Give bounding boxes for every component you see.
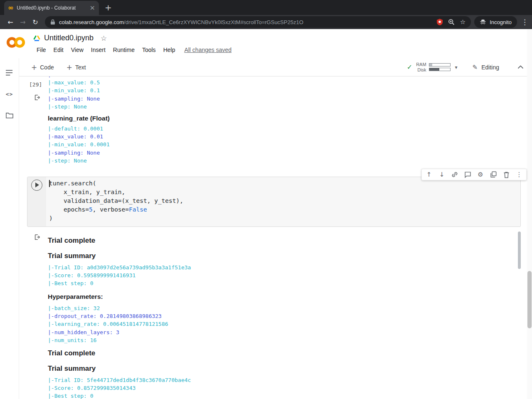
page-scrollbar-track[interactable]: [527, 29, 532, 399]
execution-count: [29]: [29, 81, 42, 88]
mirror-cell-icon[interactable]: [490, 170, 497, 179]
output-line: |-Score: 0.8572999835014343: [48, 384, 191, 392]
text-cursor: [49, 180, 50, 187]
add-comment-icon[interactable]: [464, 170, 471, 179]
editor-settings-gear-icon[interactable]: ⚙: [477, 170, 484, 179]
editing-mode-button[interactable]: ✎ Editing: [473, 64, 499, 71]
menu-bar: File Edit View Insert Runtime Tools Help…: [33, 46, 232, 54]
notebook-toolbar: + Code + Text ✓ RAM Disk ▾ ✎ Editing: [19, 58, 532, 76]
output-heading: Trial complete: [48, 349, 95, 357]
table-of-contents-icon[interactable]: [0, 66, 19, 80]
ram-usage-bar: [429, 63, 451, 66]
output-line: |-max_value: 0.01: [48, 133, 110, 140]
zoom-icon[interactable]: [448, 19, 455, 25]
bookmark-star-icon[interactable]: ☆: [460, 18, 466, 26]
browser-tab-bar: ∞ Untitled0.ipynb - Colaborat × +: [0, 0, 532, 15]
previous-output-block-1: |-default: 0.2 |-max_value: 0.5 |-min_va…: [48, 76, 100, 111]
plus-icon: +: [66, 63, 72, 71]
output-line: |-batch_size: 32: [48, 304, 168, 312]
output-line: |-Best step: 0: [48, 392, 191, 399]
drive-icon: [33, 35, 40, 42]
autosave-status[interactable]: All changes saved: [184, 47, 232, 53]
tab-close-icon[interactable]: ×: [90, 5, 95, 11]
copy-cell-link-icon[interactable]: [451, 170, 458, 179]
output-heading: Trial summary: [48, 252, 96, 260]
run-cell-button[interactable]: [31, 180, 42, 191]
url-text: colab.research.google.com/drive/1mxaOrtL…: [59, 19, 433, 25]
tab-title: Untitled0.ipynb - Colaborat: [17, 5, 86, 11]
output-line: |-min_value: 0.0001: [48, 140, 110, 148]
output-heading: Hyperparameters:: [48, 293, 103, 300]
resources-dropdown-icon[interactable]: ▾: [455, 64, 458, 70]
incognito-badge: Incognito: [474, 16, 517, 28]
output-line: |-max_value: 0.5: [48, 79, 100, 86]
menu-tools[interactable]: Tools: [138, 46, 160, 54]
browser-tab[interactable]: ∞ Untitled0.ipynb - Colaborat ×: [4, 1, 99, 15]
menu-file[interactable]: File: [33, 46, 50, 54]
output-line: |-learning_rate: 0.006451814778121586: [48, 320, 168, 328]
code-line: tuner.search(: [49, 179, 517, 188]
forward-button[interactable]: →: [17, 18, 29, 26]
menu-edit[interactable]: Edit: [50, 46, 67, 54]
back-button[interactable]: ←: [4, 18, 17, 26]
resource-usage-bars[interactable]: [429, 63, 451, 71]
extension-icon[interactable]: [437, 19, 443, 25]
disk-usage-bar: [429, 68, 451, 71]
move-cell-down-button[interactable]: ↓: [438, 170, 446, 179]
output-indicator-icon: [34, 94, 41, 101]
left-sidebar: <>: [0, 58, 19, 399]
code-line: validation_data=(x_test, y_test),: [49, 197, 517, 205]
move-cell-up-button[interactable]: ↑: [425, 170, 433, 179]
page-scrollbar-thumb[interactable]: [527, 271, 532, 328]
reload-button[interactable]: ↻: [29, 18, 42, 26]
output-line: |-Best step: 0: [48, 279, 191, 287]
output-line: |-num_units: 16: [48, 336, 168, 344]
delete-cell-icon[interactable]: [502, 170, 510, 179]
more-cell-actions-icon[interactable]: ⋮: [515, 170, 523, 179]
address-bar-actions: ☆: [437, 18, 466, 26]
code-line: epochs=5, verbose=False: [49, 205, 517, 214]
output-indicator-icon: [34, 234, 41, 241]
star-notebook-icon[interactable]: ☆: [101, 34, 107, 42]
menu-view[interactable]: View: [67, 46, 87, 54]
colab-logo-icon[interactable]: [5, 36, 27, 49]
output-line: |-sampling: None: [48, 95, 100, 103]
cell-action-toolbar: ↑ ↓ ⚙ ⋮: [421, 169, 527, 180]
code-snippets-icon[interactable]: <>: [0, 87, 19, 101]
colab-favicon-icon: ∞: [8, 5, 13, 11]
output-scrollbar-thumb[interactable]: [518, 232, 521, 269]
code-cell: tuner.search( x_train, y_train, validati…: [27, 177, 521, 227]
new-tab-button[interactable]: +: [105, 3, 112, 12]
previous-output-block-2: |-default: 0.0001 |-max_value: 0.01 |-mi…: [48, 125, 110, 165]
notebook-scroll-area[interactable]: [29] |-default: 0.2 |-max_value: 0.5 |-m…: [19, 76, 532, 399]
output-line: |-Score: 0.5958999991416931: [48, 271, 191, 279]
collapse-header-icon[interactable]: [517, 65, 524, 69]
output-line: |-Trial ID: 5fe44717ded1db4f38c3670a770b…: [48, 376, 191, 384]
menu-runtime[interactable]: Runtime: [109, 46, 138, 54]
add-text-button[interactable]: + Text: [66, 63, 86, 71]
notebook-title[interactable]: Untitled0.ipynb: [44, 34, 94, 42]
output-heading: learning_rate (Float): [48, 115, 110, 122]
output-heading: Trial summary: [48, 365, 96, 373]
output-line: |-num_hidden_layers: 3: [48, 328, 168, 336]
files-folder-icon[interactable]: [0, 108, 19, 122]
colab-header: Untitled0.ipynb ☆ File Edit View Insert …: [0, 29, 532, 58]
browser-toolbar: ← → ↻ colab.research.google.com/drive/1m…: [0, 15, 532, 29]
incognito-icon: [480, 19, 486, 25]
cell-gutter: [27, 177, 46, 227]
output-line: |-dropout_rate: 0.28149803868986323: [48, 312, 168, 320]
output-heading: Trial complete: [48, 236, 95, 245]
code-line: x_train, y_train,: [49, 188, 517, 197]
menu-help[interactable]: Help: [160, 46, 179, 54]
output-line: |-step: None: [48, 103, 100, 111]
incognito-label: Incognito: [490, 19, 512, 25]
menu-insert[interactable]: Insert: [87, 46, 109, 54]
address-bar[interactable]: colab.research.google.com/drive/1mxaOrtL…: [45, 16, 471, 28]
code-editor[interactable]: tuner.search( x_train, y_train, validati…: [46, 177, 520, 227]
resource-labels[interactable]: RAM Disk: [416, 62, 426, 73]
add-code-button[interactable]: + Code: [31, 63, 54, 71]
screen: ∞ Untitled0.ipynb - Colaborat × + ← → ↻ …: [0, 0, 532, 399]
plus-icon: +: [31, 63, 37, 71]
browser-menu-icon[interactable]: ⋮: [521, 18, 528, 26]
code-line: ): [49, 214, 517, 223]
